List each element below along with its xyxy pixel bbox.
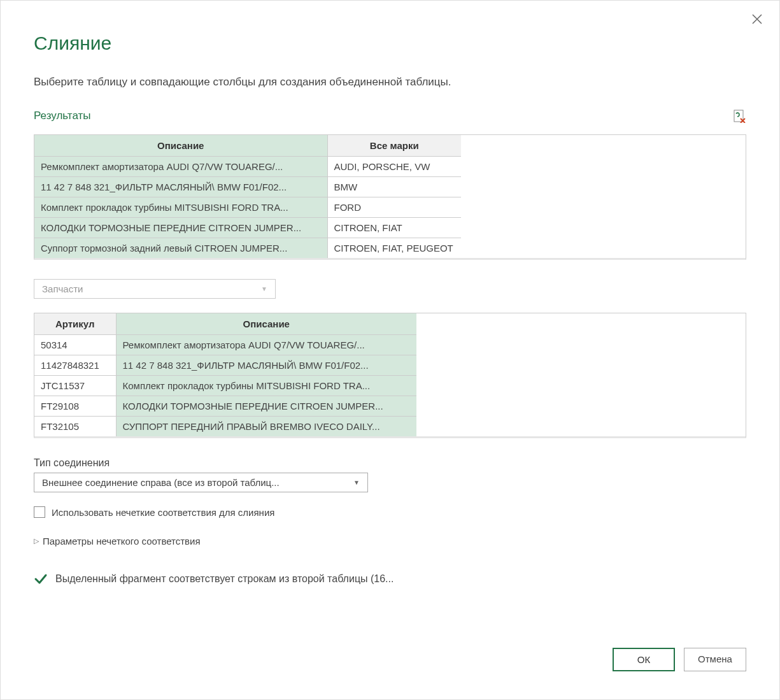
match-status-text: Выделенный фрагмент соответствует строка… <box>55 573 394 585</box>
second-table-container: Артикул Описание 50314Ремкомплект аморти… <box>34 313 746 438</box>
table-header-row: Артикул Описание <box>34 313 416 335</box>
table-row[interactable]: FT32105СУППОРТ ПЕРЕДНИЙ ПРАВЫЙ BREMBO IV… <box>34 417 416 437</box>
dropdown-value: Внешнее соединение справа (все из второй… <box>42 477 280 488</box>
cell: КОЛОДКИ ТОРМОЗНЫЕ ПЕРЕДНИЕ CITROEN JUMPE… <box>34 218 327 238</box>
checkmark-icon <box>34 572 48 586</box>
refresh-cancel-button[interactable] <box>732 109 746 123</box>
cell: Ремкомплект амортизатора AUDI Q7/VW TOUA… <box>116 335 416 355</box>
table-row[interactable]: Суппорт тормозной задний левый CITROEN J… <box>34 238 461 259</box>
table-row[interactable]: 50314Ремкомплект амортизатора AUDI Q7/VW… <box>34 335 416 355</box>
cell: 50314 <box>34 335 116 355</box>
cell: JTC11537 <box>34 376 116 396</box>
table-row[interactable]: 1142784832111 42 7 848 321_ФИЛЬТР МАСЛЯН… <box>34 355 416 376</box>
column-header[interactable]: Все марки <box>327 135 461 157</box>
dialog-title: Слияние <box>34 32 746 54</box>
cell: FT32105 <box>34 417 116 437</box>
close-icon <box>752 14 762 24</box>
second-table-dropdown[interactable]: Запчасти ▼ <box>34 279 276 299</box>
second-table[interactable]: Артикул Описание 50314Ремкомплект аморти… <box>34 313 416 436</box>
cell: 11 42 7 848 321_ФИЛЬТР МАСЛЯНЫЙ\ BMW F01… <box>116 355 416 376</box>
fuzzy-options-expander[interactable]: ▷ Параметры нечеткого соответствия <box>34 536 746 546</box>
chevron-down-icon: ▼ <box>353 479 360 486</box>
table-row[interactable]: КОЛОДКИ ТОРМОЗНЫЕ ПЕРЕДНИЕ CITROEN JUMPE… <box>34 218 461 238</box>
cell: CITROEN, FIAT, PEUGEOT <box>327 238 461 259</box>
cell: FORD <box>327 197 461 218</box>
table-row[interactable]: 11 42 7 848 321_ФИЛЬТР МАСЛЯНЫЙ\ BMW F01… <box>34 177 461 197</box>
fuzzy-match-label: Использовать нечеткие соответствия для с… <box>52 507 274 518</box>
fuzzy-match-checkbox[interactable] <box>34 506 45 518</box>
close-button[interactable] <box>748 10 767 29</box>
cell: 11 42 7 848 321_ФИЛЬТР МАСЛЯНЫЙ\ BMW F01… <box>34 177 327 197</box>
triangle-right-icon: ▷ <box>34 537 39 545</box>
join-type-label: Тип соединения <box>34 457 746 469</box>
cell: 11427848321 <box>34 355 116 376</box>
cell: КОЛОДКИ ТОРМОЗНЫЕ ПЕРЕДНИЕ CITROEN JUMPE… <box>116 396 416 417</box>
fuzzy-options-label: Параметры нечеткого соответствия <box>43 536 201 546</box>
refresh-cancel-icon <box>732 109 746 123</box>
results-table-container: Описание Все марки Ремкомплект амортизат… <box>34 134 746 260</box>
cell: Комплект прокладок турбины MITSUBISHI FO… <box>34 197 327 218</box>
chevron-down-icon: ▼ <box>261 285 267 292</box>
table-row[interactable]: Комплект прокладок турбины MITSUBISHI FO… <box>34 197 461 218</box>
results-label: Результаты <box>34 110 91 122</box>
table-row[interactable]: FT29108КОЛОДКИ ТОРМОЗНЫЕ ПЕРЕДНИЕ CITROE… <box>34 396 416 417</box>
column-header[interactable]: Описание <box>116 313 416 335</box>
cell: CITROEN, FIAT <box>327 218 461 238</box>
merge-dialog: Слияние Выберите таблицу и совпадающие с… <box>0 0 780 700</box>
results-table[interactable]: Описание Все марки Ремкомплект амортизат… <box>34 135 461 258</box>
dialog-subtitle: Выберите таблицу и совпадающие столбцы д… <box>34 76 746 89</box>
cell: Суппорт тормозной задний левый CITROEN J… <box>34 238 327 259</box>
ok-button[interactable]: ОК <box>613 648 675 671</box>
cell: Ремкомплект амортизатора AUDI Q7/VW TOUA… <box>34 157 327 177</box>
cell: СУППОРТ ПЕРЕДНИЙ ПРАВЫЙ BREMBO IVECO DAI… <box>116 417 416 437</box>
cell: AUDI, PORSCHE, VW <box>327 157 461 177</box>
dropdown-value: Запчасти <box>42 283 83 294</box>
join-type-dropdown[interactable]: Внешнее соединение справа (все из второй… <box>34 473 368 492</box>
table-header-row: Описание Все марки <box>34 135 461 157</box>
cancel-button[interactable]: Отмена <box>684 648 746 671</box>
table-row[interactable]: Ремкомплект амортизатора AUDI Q7/VW TOUA… <box>34 157 461 177</box>
cell: Комплект прокладок турбины MITSUBISHI FO… <box>116 376 416 396</box>
cell: BMW <box>327 177 461 197</box>
column-header[interactable]: Описание <box>34 135 327 157</box>
column-header[interactable]: Артикул <box>34 313 116 335</box>
cell: FT29108 <box>34 396 116 417</box>
table-row[interactable]: JTC11537Комплект прокладок турбины MITSU… <box>34 376 416 396</box>
